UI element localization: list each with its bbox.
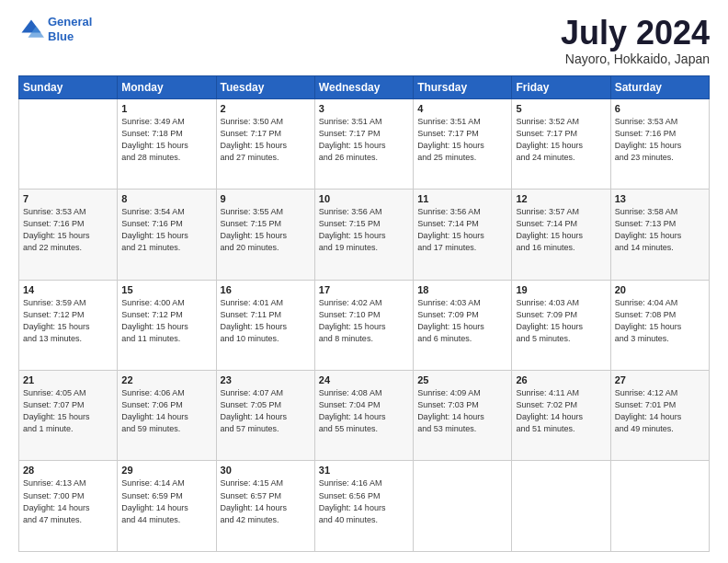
calendar-cell	[512, 461, 610, 552]
day-number: 29	[121, 465, 211, 476]
day-number: 18	[417, 284, 507, 295]
day-info: Sunrise: 4:03 AM Sunset: 7:09 PM Dayligh…	[417, 297, 507, 345]
subtitle: Nayoro, Hokkaido, Japan	[561, 52, 710, 66]
calendar-week-4: 21Sunrise: 4:05 AM Sunset: 7:07 PM Dayli…	[19, 371, 710, 461]
calendar-cell: 22Sunrise: 4:06 AM Sunset: 7:06 PM Dayli…	[118, 371, 216, 461]
col-saturday: Saturday	[610, 75, 709, 98]
calendar-week-1: 1Sunrise: 3:49 AM Sunset: 7:18 PM Daylig…	[19, 98, 710, 189]
day-number: 11	[417, 193, 507, 204]
calendar-header: Sunday Monday Tuesday Wednesday Thursday…	[19, 75, 710, 98]
day-info: Sunrise: 4:02 AM Sunset: 7:10 PM Dayligh…	[319, 297, 409, 345]
day-number: 28	[23, 465, 113, 476]
day-info: Sunrise: 4:14 AM Sunset: 6:59 PM Dayligh…	[121, 477, 211, 525]
day-number: 7	[23, 193, 113, 204]
calendar-cell: 7Sunrise: 3:53 AM Sunset: 7:16 PM Daylig…	[19, 190, 118, 280]
day-number: 21	[23, 374, 113, 385]
col-tuesday: Tuesday	[216, 75, 314, 98]
day-number: 1	[121, 103, 211, 114]
logo-line2: Blue	[48, 29, 74, 43]
day-number: 13	[615, 193, 705, 204]
calendar-cell: 20Sunrise: 4:04 AM Sunset: 7:08 PM Dayli…	[610, 280, 709, 370]
calendar-cell: 29Sunrise: 4:14 AM Sunset: 6:59 PM Dayli…	[118, 461, 216, 552]
calendar-body: 1Sunrise: 3:49 AM Sunset: 7:18 PM Daylig…	[19, 98, 710, 551]
calendar-cell: 11Sunrise: 3:56 AM Sunset: 7:14 PM Dayli…	[414, 190, 512, 280]
day-info: Sunrise: 3:51 AM Sunset: 7:17 PM Dayligh…	[417, 116, 507, 164]
calendar-cell: 13Sunrise: 3:58 AM Sunset: 7:13 PM Dayli…	[610, 190, 709, 280]
day-number: 6	[615, 103, 705, 114]
day-number: 31	[319, 465, 409, 476]
calendar-cell: 23Sunrise: 4:07 AM Sunset: 7:05 PM Dayli…	[216, 371, 314, 461]
day-info: Sunrise: 3:52 AM Sunset: 7:17 PM Dayligh…	[516, 116, 606, 164]
calendar-week-5: 28Sunrise: 4:13 AM Sunset: 7:00 PM Dayli…	[19, 461, 710, 552]
calendar-cell: 5Sunrise: 3:52 AM Sunset: 7:17 PM Daylig…	[512, 98, 610, 189]
calendar-cell: 25Sunrise: 4:09 AM Sunset: 7:03 PM Dayli…	[414, 371, 512, 461]
calendar-cell: 28Sunrise: 4:13 AM Sunset: 7:00 PM Dayli…	[19, 461, 118, 552]
day-info: Sunrise: 4:07 AM Sunset: 7:05 PM Dayligh…	[221, 387, 311, 435]
day-number: 30	[221, 465, 311, 476]
calendar-cell: 1Sunrise: 3:49 AM Sunset: 7:18 PM Daylig…	[118, 98, 216, 189]
calendar-cell: 30Sunrise: 4:15 AM Sunset: 6:57 PM Dayli…	[216, 461, 314, 552]
calendar-cell: 24Sunrise: 4:08 AM Sunset: 7:04 PM Dayli…	[314, 371, 413, 461]
col-friday: Friday	[512, 75, 610, 98]
calendar-cell: 14Sunrise: 3:59 AM Sunset: 7:12 PM Dayli…	[19, 280, 118, 370]
calendar-cell: 9Sunrise: 3:55 AM Sunset: 7:15 PM Daylig…	[216, 190, 314, 280]
calendar: Sunday Monday Tuesday Wednesday Thursday…	[18, 75, 710, 552]
day-info: Sunrise: 4:00 AM Sunset: 7:12 PM Dayligh…	[121, 297, 211, 345]
col-thursday: Thursday	[414, 75, 512, 98]
main-title: July 2024	[561, 15, 710, 52]
calendar-cell: 21Sunrise: 4:05 AM Sunset: 7:07 PM Dayli…	[19, 371, 118, 461]
day-number: 24	[319, 374, 409, 385]
logo-text: General Blue	[48, 15, 92, 43]
day-info: Sunrise: 3:50 AM Sunset: 7:17 PM Dayligh…	[221, 116, 311, 164]
calendar-week-3: 14Sunrise: 3:59 AM Sunset: 7:12 PM Dayli…	[19, 280, 710, 370]
day-number: 4	[417, 103, 507, 114]
calendar-cell: 27Sunrise: 4:12 AM Sunset: 7:01 PM Dayli…	[610, 371, 709, 461]
day-number: 14	[23, 284, 113, 295]
day-info: Sunrise: 4:06 AM Sunset: 7:06 PM Dayligh…	[121, 387, 211, 435]
day-number: 25	[417, 374, 507, 385]
calendar-cell	[19, 98, 118, 189]
page: General Blue July 2024 Nayoro, Hokkaido,…	[0, 0, 728, 563]
day-info: Sunrise: 4:13 AM Sunset: 7:00 PM Dayligh…	[23, 477, 113, 525]
calendar-cell	[414, 461, 512, 552]
col-monday: Monday	[118, 75, 216, 98]
day-info: Sunrise: 3:58 AM Sunset: 7:13 PM Dayligh…	[615, 206, 705, 254]
day-info: Sunrise: 4:01 AM Sunset: 7:11 PM Dayligh…	[221, 297, 311, 345]
day-number: 26	[516, 374, 606, 385]
day-info: Sunrise: 3:54 AM Sunset: 7:16 PM Dayligh…	[121, 206, 211, 254]
day-info: Sunrise: 3:57 AM Sunset: 7:14 PM Dayligh…	[516, 206, 606, 254]
day-number: 2	[221, 103, 311, 114]
calendar-cell: 18Sunrise: 4:03 AM Sunset: 7:09 PM Dayli…	[414, 280, 512, 370]
calendar-cell: 15Sunrise: 4:00 AM Sunset: 7:12 PM Dayli…	[118, 280, 216, 370]
day-number: 10	[319, 193, 409, 204]
day-number: 3	[319, 103, 409, 114]
calendar-cell: 4Sunrise: 3:51 AM Sunset: 7:17 PM Daylig…	[414, 98, 512, 189]
calendar-cell: 26Sunrise: 4:11 AM Sunset: 7:02 PM Dayli…	[512, 371, 610, 461]
day-info: Sunrise: 4:03 AM Sunset: 7:09 PM Dayligh…	[516, 297, 606, 345]
day-info: Sunrise: 3:51 AM Sunset: 7:17 PM Dayligh…	[319, 116, 409, 164]
day-number: 23	[221, 374, 311, 385]
day-number: 19	[516, 284, 606, 295]
day-number: 22	[121, 374, 211, 385]
day-info: Sunrise: 4:09 AM Sunset: 7:03 PM Dayligh…	[417, 387, 507, 435]
day-number: 8	[121, 193, 211, 204]
day-number: 20	[615, 284, 705, 295]
calendar-cell: 8Sunrise: 3:54 AM Sunset: 7:16 PM Daylig…	[118, 190, 216, 280]
day-info: Sunrise: 3:59 AM Sunset: 7:12 PM Dayligh…	[23, 297, 113, 345]
day-info: Sunrise: 3:56 AM Sunset: 7:15 PM Dayligh…	[319, 206, 409, 254]
logo-icon	[18, 17, 44, 42]
day-info: Sunrise: 4:15 AM Sunset: 6:57 PM Dayligh…	[221, 477, 311, 525]
day-number: 17	[319, 284, 409, 295]
day-info: Sunrise: 4:16 AM Sunset: 6:56 PM Dayligh…	[319, 477, 409, 525]
header-row: Sunday Monday Tuesday Wednesday Thursday…	[19, 75, 710, 98]
col-wednesday: Wednesday	[314, 75, 413, 98]
calendar-cell: 6Sunrise: 3:53 AM Sunset: 7:16 PM Daylig…	[610, 98, 709, 189]
calendar-cell	[610, 461, 709, 552]
day-info: Sunrise: 4:11 AM Sunset: 7:02 PM Dayligh…	[516, 387, 606, 435]
logo-line1: General	[48, 15, 92, 29]
day-info: Sunrise: 3:56 AM Sunset: 7:14 PM Dayligh…	[417, 206, 507, 254]
calendar-cell: 31Sunrise: 4:16 AM Sunset: 6:56 PM Dayli…	[314, 461, 413, 552]
day-number: 9	[221, 193, 311, 204]
day-number: 12	[516, 193, 606, 204]
calendar-cell: 16Sunrise: 4:01 AM Sunset: 7:11 PM Dayli…	[216, 280, 314, 370]
